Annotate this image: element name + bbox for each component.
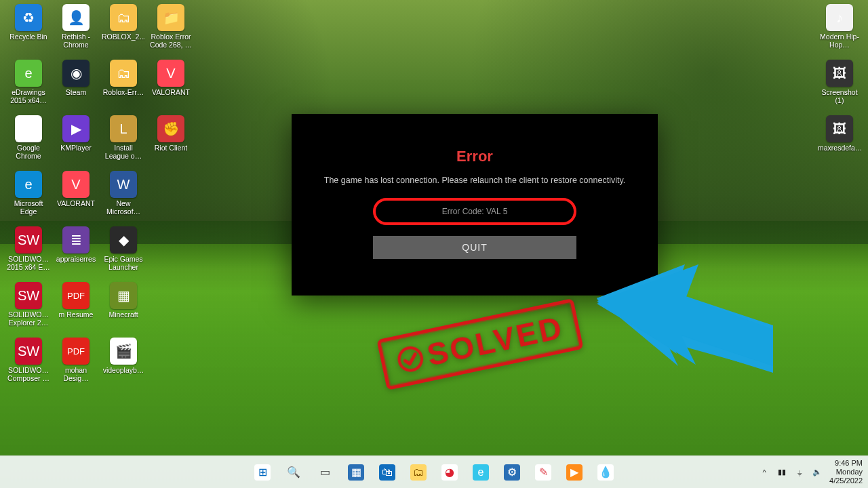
snipping-tool-icon: ✎: [535, 464, 551, 481]
desktop-icon-label: Rethish - Chrome: [54, 33, 98, 49]
media-player-button[interactable]: ▶: [561, 459, 588, 486]
desktop-icon[interactable]: eeDrawings 2015 x64…: [7, 60, 50, 113]
app-icon: ◆: [110, 226, 137, 253]
app-icon: PDF: [62, 338, 90, 365]
widgets-icon: ▦: [348, 464, 364, 481]
taskbar-clock[interactable]: 9:46 PM Monday 4/25/2022: [829, 459, 863, 485]
app-icon: ♻: [15, 4, 42, 31]
app-icon: W: [110, 171, 137, 198]
desktop-icon-label: VALORANT: [152, 88, 190, 96]
desktop-icon-label: SOLIDWO… Explorer 2…: [7, 310, 50, 327]
desktop-icon-label: Riot Client: [155, 144, 187, 152]
desktop-icon[interactable]: 🗂ROBLOX_2…: [102, 4, 145, 57]
desktop-icon-label: eDrawings 2015 x64…: [7, 88, 50, 104]
search-button[interactable]: 🔍: [280, 459, 307, 486]
error-code: Error Code: VAL 5: [442, 207, 508, 216]
desktop-icon-label: SOLIDWO… 2015 x64 E…: [7, 255, 50, 271]
desktop-icon[interactable]: 📁Roblox Error Code 268, …: [149, 4, 193, 57]
desktop-icon[interactable]: ♻Recycle Bin: [7, 4, 50, 57]
desktop-icon[interactable]: 🖼maxresdefa…: [818, 115, 861, 168]
desktop-icon-label: Roblox-Err…: [103, 88, 144, 96]
edge-icon: e: [473, 464, 489, 481]
app-icon: V: [157, 60, 184, 87]
desktop-icon[interactable]: VVALORANT: [149, 60, 193, 113]
desktop-icon[interactable]: ♪Modern Hip-Hop…: [818, 4, 861, 57]
quit-button[interactable]: QUIT: [373, 236, 576, 259]
desktop-icon[interactable]: ✊Riot Client: [149, 115, 193, 168]
desktop-icon[interactable]: 👤Rethish - Chrome: [54, 4, 98, 57]
desktop-icon[interactable]: ◉Steam: [54, 60, 98, 113]
error-message: The game has lost connection. Please rel…: [305, 175, 644, 186]
desktop-icon[interactable]: ◆Epic Games Launcher: [102, 226, 145, 279]
desktop-icon-label: Roblox Error Code 268, …: [149, 33, 193, 49]
app-icon: 🖼: [826, 115, 853, 142]
widgets-button[interactable]: ▦: [342, 459, 370, 486]
app-icon: ◉: [62, 60, 90, 87]
edge-button[interactable]: e: [467, 459, 494, 486]
taskbar: ⊞🔍▭▦🛍🗂◕e⚙✎▶💧 ^ ▮▮ ⏚ 🔈 9:46 PM Monday 4/2…: [0, 455, 868, 488]
app-icon: SW: [15, 338, 42, 365]
app-icon: PDF: [62, 282, 90, 309]
desktop-icon[interactable]: ≣appraiserres: [54, 226, 98, 279]
app-icon: 🎬: [110, 338, 137, 365]
app-icon: V: [62, 171, 90, 198]
wifi-icon[interactable]: ⏚: [794, 467, 805, 478]
desktop: ♻Recycle Bin👤Rethish - Chrome🗂ROBLOX_2…📁…: [0, 0, 868, 488]
app-icon: 👤: [62, 4, 90, 31]
settings-button[interactable]: ⚙: [498, 459, 526, 486]
desktop-icon[interactable]: VVALORANT: [54, 171, 98, 224]
desktop-icon[interactable]: ◯Google Chrome: [7, 115, 50, 168]
desktop-icon-label: mohan Desig…: [54, 366, 98, 382]
system-tray: ^ ▮▮ ⏚ 🔈 9:46 PM Monday 4/25/2022: [759, 459, 863, 485]
desktop-icon[interactable]: LInstall League o…: [102, 115, 145, 168]
desktop-icon[interactable]: 🎬videoplayb…: [102, 338, 145, 390]
microsoft-store-button[interactable]: 🛍: [374, 459, 401, 486]
start-icon: ⊞: [254, 464, 271, 481]
desktop-icon[interactable]: SWSOLIDWO… Explorer 2…: [7, 282, 50, 335]
media-player-icon: ▶: [566, 464, 583, 481]
desktop-icon[interactable]: ▦Minecraft: [102, 282, 145, 335]
start-button[interactable]: ⊞: [249, 459, 276, 486]
desktop-icon[interactable]: eMicrosoft Edge: [7, 171, 50, 224]
snipping-tool-button[interactable]: ✎: [530, 459, 557, 486]
desktop-icon-label: New Microsof…: [102, 199, 145, 216]
tray-chevron-up-icon[interactable]: ^: [759, 467, 770, 478]
desktop-icon-label: maxresdefa…: [818, 144, 861, 152]
desktop-icon[interactable]: PDFm Resume: [54, 282, 98, 335]
desktop-icon-label: VALORANT: [57, 199, 95, 207]
desktop-icon[interactable]: ▶KMPlayer: [54, 115, 98, 168]
app-icon: ▦: [110, 282, 137, 309]
clock-day: Monday: [829, 468, 863, 476]
desktop-icon-label: Recycle Bin: [9, 33, 47, 41]
error-title: Error: [305, 148, 644, 165]
desktop-icon[interactable]: SWSOLIDWO… 2015 x64 E…: [7, 226, 50, 279]
app-icon: 📁: [157, 4, 184, 31]
desktop-icon-label: Modern Hip-Hop…: [818, 33, 861, 49]
search-icon: 🔍: [285, 464, 302, 481]
app-icon: ◯: [15, 115, 42, 142]
desktop-icon[interactable]: 🗂Roblox-Err…: [102, 60, 145, 113]
desktop-icon-label: ROBLOX_2…: [102, 33, 145, 41]
desktop-icon[interactable]: PDFmohan Desig…: [54, 338, 98, 390]
desktop-icon[interactable]: WNew Microsof…: [102, 171, 145, 224]
file-explorer-button[interactable]: 🗂: [405, 459, 432, 486]
task-view-button[interactable]: ▭: [311, 459, 338, 486]
paint-button[interactable]: 💧: [592, 459, 619, 486]
taskbar-center: ⊞🔍▭▦🛍🗂◕e⚙✎▶💧: [249, 459, 619, 486]
desktop-icon-label: Google Chrome: [7, 144, 50, 160]
desktop-icon-label: Epic Games Launcher: [102, 255, 145, 271]
volume-icon[interactable]: 🔈: [812, 467, 823, 478]
desktop-icon-grid-right: ♪Modern Hip-Hop…🖼Screenshot (1)🖼maxresde…: [818, 4, 861, 168]
app-icon: SW: [15, 226, 42, 253]
desktop-icon-grid: ♻Recycle Bin👤Rethish - Chrome🗂ROBLOX_2…📁…: [7, 4, 240, 390]
settings-icon: ⚙: [504, 464, 520, 481]
error-code-highlight: Error Code: VAL 5: [373, 198, 576, 225]
paint-icon: 💧: [597, 464, 614, 481]
desktop-icon[interactable]: 🖼Screenshot (1): [818, 60, 861, 113]
app-icon: 🗂: [110, 60, 137, 87]
app-icon: 🖼: [826, 60, 853, 87]
photos-button[interactable]: ◕: [436, 459, 463, 486]
desktop-icon[interactable]: SWSOLIDWO… Composer …: [7, 338, 50, 390]
app-icon: ▶: [62, 115, 90, 142]
battery-icon[interactable]: ▮▮: [776, 467, 787, 478]
